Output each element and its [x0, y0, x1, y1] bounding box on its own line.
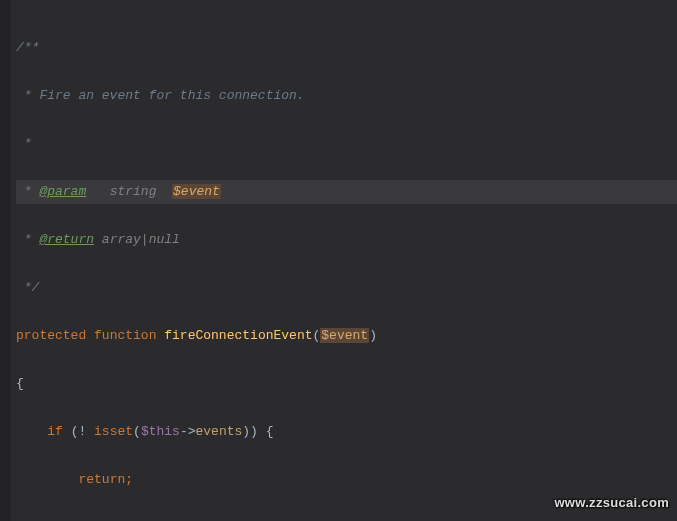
return-type: array|null	[102, 232, 180, 247]
gap	[94, 232, 102, 247]
semi: ;	[125, 472, 133, 487]
keyword-if: if	[47, 424, 63, 439]
function-name: fireConnectionEvent	[164, 328, 312, 343]
code-line: }	[16, 516, 677, 521]
docblock-close: */	[16, 280, 39, 295]
keyword-return: return	[78, 472, 125, 487]
code-line: *	[16, 132, 677, 156]
code-line: protected function fireConnectionEvent($…	[16, 324, 677, 348]
docblock-empty: *	[16, 136, 32, 151]
param-highlighted: $event	[320, 328, 369, 343]
keyword-function: function	[94, 328, 156, 343]
spaces	[86, 184, 109, 199]
indent	[16, 472, 78, 487]
paren: (	[133, 424, 141, 439]
brace-open: {	[16, 376, 24, 391]
code-line: /**	[16, 36, 677, 60]
param-tag: @param	[39, 184, 86, 199]
param-type: string	[110, 184, 157, 199]
rest: )) {	[242, 424, 273, 439]
paren: )	[369, 328, 377, 343]
watermark-text: www.zzsucai.com	[554, 491, 669, 515]
docblock-desc: * Fire an event for this connection.	[16, 88, 305, 103]
param-var-highlighted: $event	[172, 184, 221, 199]
code-line: */	[16, 276, 677, 300]
docblock-star: *	[16, 232, 39, 247]
gap	[156, 184, 172, 199]
arrow: ->	[180, 424, 196, 439]
code-line-highlighted: * @param string $event	[16, 180, 677, 204]
editor-gutter	[0, 0, 11, 521]
var-this: $this	[141, 424, 180, 439]
open: (!	[63, 424, 94, 439]
code-line: if (! isset($this->events)) {	[16, 420, 677, 444]
code-line: * Fire an event for this connection.	[16, 84, 677, 108]
keyword-protected: protected	[16, 328, 86, 343]
indent	[16, 424, 47, 439]
code-editor-area: /** * Fire an event for this connection.…	[0, 0, 677, 521]
code-line: * @return array|null	[16, 228, 677, 252]
code-line: return;	[16, 468, 677, 492]
keyword-isset: isset	[94, 424, 133, 439]
prop-events: events	[196, 424, 243, 439]
docblock-star: *	[16, 184, 39, 199]
return-tag: @return	[39, 232, 94, 247]
docblock-open: /**	[16, 40, 39, 55]
code-line: {	[16, 372, 677, 396]
